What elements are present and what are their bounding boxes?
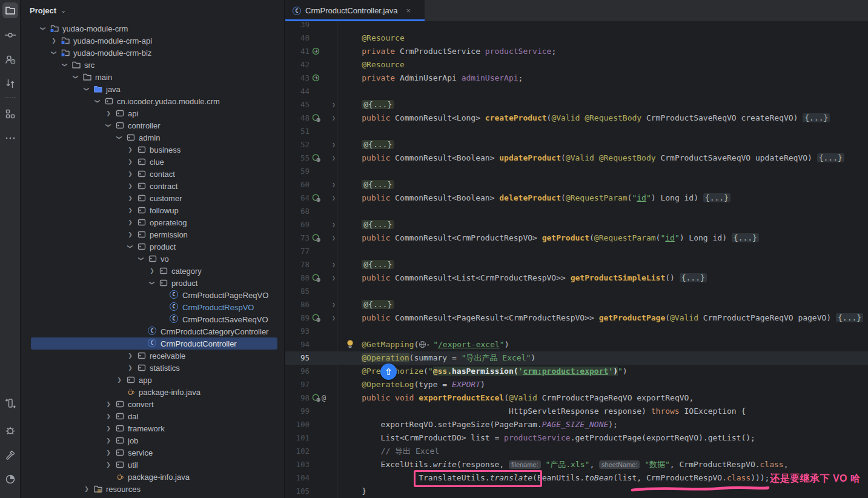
chevron-expanded-icon[interactable]: ❯: [40, 25, 46, 32]
services-icon[interactable]: [2, 396, 18, 411]
chevron-collapsed-icon[interactable]: ❯: [127, 195, 134, 201]
fold-region-icon[interactable]: ❯: [330, 271, 337, 285]
chevron-collapsed-icon[interactable]: ❯: [105, 110, 112, 116]
profiler-icon[interactable]: [2, 471, 18, 487]
chevron-collapsed-icon[interactable]: ❯: [127, 171, 134, 177]
code-line-77[interactable]: 77: [285, 245, 868, 258]
code-line-59[interactable]: 59: [285, 165, 868, 178]
code-line-95[interactable]: 95@Operation(summary = "导出产品 Excel"): [285, 351, 868, 365]
endpoint-icon[interactable]: [312, 234, 330, 242]
collaboration-help-icon[interactable]: ?: [2, 51, 18, 67]
chevron-collapsed-icon[interactable]: ❯: [105, 413, 112, 419]
chevron-expanded-icon[interactable]: ❯: [94, 98, 101, 105]
project-icon[interactable]: [2, 2, 18, 18]
code-line-100[interactable]: 100exportReqVO.setPageSize(PageParam.PAG…: [285, 418, 868, 431]
debug-icon[interactable]: [2, 422, 18, 438]
tree-item-statistics[interactable]: ❯statistics: [21, 362, 284, 374]
tree-item-resources[interactable]: ❯resources: [21, 483, 284, 495]
code-line-44[interactable]: 44: [285, 85, 868, 98]
fold-region-icon[interactable]: ❯: [330, 258, 337, 271]
chevron-collapsed-icon[interactable]: ❯: [127, 183, 134, 189]
code-line-94[interactable]: 94@GetMapping(▾"/export-excel"): [285, 338, 868, 351]
chevron-collapsed-icon[interactable]: ❯: [127, 231, 134, 237]
code-line-80[interactable]: 80❯public CommonResult<List<CrmProductRe…: [285, 271, 868, 285]
more-tools-icon[interactable]: [2, 130, 18, 146]
chevron-expanded-icon[interactable]: ❯: [73, 73, 79, 81]
code-line-52[interactable]: 52❯@{...}: [285, 138, 868, 151]
chevron-collapsed-icon[interactable]: ❯: [50, 38, 58, 44]
chevron-expanded-icon[interactable]: ❯: [62, 61, 68, 68]
chevron-collapsed-icon[interactable]: ❯: [127, 219, 134, 225]
fold-region-icon[interactable]: ❯: [330, 151, 337, 165]
fold-region-icon[interactable]: ❯: [330, 178, 337, 191]
fold-region-icon[interactable]: ❯: [330, 218, 337, 231]
tree-item-business[interactable]: ❯business: [21, 144, 284, 156]
code-area[interactable]: 3940@Resource41private CrmProductService…: [285, 0, 868, 498]
chevron-collapsed-icon[interactable]: ❯: [105, 425, 112, 431]
code-line-43[interactable]: 43private AdminUserApi adminUserApi;: [285, 71, 868, 85]
code-line-40[interactable]: 40@Resource: [285, 32, 868, 45]
code-line-73[interactable]: 73❯public CommonResult<CrmProductRespVO>…: [285, 231, 868, 245]
code-line-103[interactable]: 103ExcelUtils.write(response, filename: …: [285, 458, 868, 471]
code-line-64[interactable]: 64❯public CommonResult<Boolean> deletePr…: [285, 191, 868, 205]
tree-item-contact[interactable]: ❯contact: [21, 168, 284, 180]
tree-item-crmproductpagereqvo[interactable]: CCrmProductPageReqVO: [21, 289, 284, 301]
chevron-collapsed-icon[interactable]: ❯: [105, 401, 112, 407]
tree-item-permission[interactable]: ❯permission: [21, 228, 284, 241]
endpoint-icon[interactable]: @: [312, 394, 330, 402]
code-line-48[interactable]: 48❯public CommonResult<Long> createProdu…: [285, 111, 868, 125]
chevron-collapsed-icon[interactable]: ❯: [127, 353, 134, 359]
tree-item-api[interactable]: ❯api: [21, 107, 284, 119]
chevron-expanded-icon[interactable]: ❯: [116, 134, 122, 141]
code-line-60[interactable]: 60❯@{...}: [285, 178, 868, 191]
tree-item-clue[interactable]: ❯clue: [21, 156, 284, 168]
chevron-expanded-icon[interactable]: ❯: [138, 255, 144, 262]
tree-item-crmproductcategorycontroller[interactable]: CCrmProductCategoryController: [21, 325, 284, 337]
chevron-collapsed-icon[interactable]: ❯: [105, 437, 112, 443]
code-line-96[interactable]: 96@PreAuthorize("@ss.hasPermission('crm:…: [285, 365, 868, 378]
tree-item-package-info-java[interactable]: package-info.java: [21, 386, 284, 398]
tree-item-main[interactable]: ❯main: [21, 71, 284, 83]
project-panel-header[interactable]: Project ⌄: [21, 0, 284, 21]
tree-item-product[interactable]: ❯product: [21, 277, 284, 289]
fold-region-icon[interactable]: ❯: [330, 298, 337, 311]
chevron-collapsed-icon[interactable]: ❯: [127, 365, 134, 371]
tree-item-dal[interactable]: ❯dal: [21, 410, 284, 422]
tree-item-yudao-module-crm[interactable]: ❯yudao-module-crm: [21, 22, 284, 35]
tree-item-followup[interactable]: ❯followup: [21, 204, 284, 216]
url-globe-inlay-icon[interactable]: ▾: [419, 338, 433, 352]
spring-bean-icon[interactable]: [312, 47, 330, 56]
endpoint-icon[interactable]: [312, 154, 330, 162]
fold-region-icon[interactable]: ❯: [330, 311, 337, 325]
tree-item-crmproductcontroller[interactable]: CCrmProductController: [21, 337, 284, 350]
chevron-expanded-icon[interactable]: ❯: [149, 279, 155, 287]
code-line-99[interactable]: 99HttpServletResponse response) throws I…: [285, 405, 868, 418]
chevron-collapsed-icon[interactable]: ❯: [148, 268, 156, 274]
chevron-collapsed-icon[interactable]: ❯: [127, 159, 134, 165]
code-line-89[interactable]: 89❯public CommonResult<PageResult<CrmPro…: [285, 311, 868, 325]
tree-item-contract[interactable]: ❯contract: [21, 180, 284, 192]
tree-item-admin[interactable]: ❯admin: [21, 131, 284, 144]
fold-region-icon[interactable]: ❯: [330, 111, 337, 125]
tree-item-convert[interactable]: ❯convert: [21, 398, 284, 410]
commit-icon[interactable]: [2, 27, 18, 43]
endpoint-icon[interactable]: [312, 194, 330, 202]
code-line-45[interactable]: 45❯@{...}: [285, 98, 868, 111]
tab-crmproductcontroller[interactable]: C CrmProductController.java ×: [285, 0, 425, 21]
code-line-68[interactable]: 68: [285, 205, 868, 218]
fold-region-icon[interactable]: ❯: [330, 138, 337, 151]
code-line-42[interactable]: 42@Resource: [285, 58, 868, 71]
code-line-51[interactable]: 51: [285, 125, 868, 138]
chevron-collapsed-icon[interactable]: ❯: [83, 486, 90, 492]
code-line-55[interactable]: 55❯public CommonResult<Boolean> updatePr…: [285, 151, 868, 165]
tree-item-receivable[interactable]: ❯receivable: [21, 350, 284, 362]
endpoint-icon[interactable]: [312, 114, 330, 122]
chevron-expanded-icon[interactable]: ❯: [51, 49, 57, 56]
chevron-collapsed-icon[interactable]: ❯: [127, 207, 134, 213]
code-line-86[interactable]: 86❯@{...}: [285, 298, 868, 311]
tree-item-product[interactable]: ❯product: [21, 241, 284, 253]
chevron-expanded-icon[interactable]: ❯: [127, 243, 133, 250]
tree-item-category[interactable]: ❯category: [21, 265, 284, 277]
endpoint-icon[interactable]: [312, 274, 330, 282]
tree-item-app[interactable]: ❯app: [21, 374, 284, 386]
